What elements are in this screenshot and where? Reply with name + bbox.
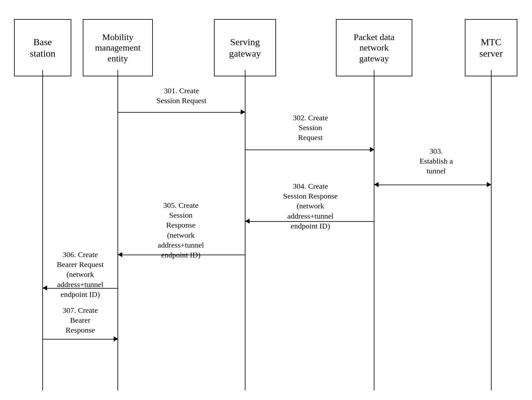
label-306: 306. CreateBearer Request(networkaddress… <box>45 250 115 299</box>
label-305: 305. CreateSessionResponse(networkaddres… <box>120 200 241 260</box>
entity-sgw: Servinggateway <box>214 19 276 76</box>
arrow-307 <box>43 339 118 340</box>
label-304: 304. CreateSession Response(networkaddre… <box>250 181 371 231</box>
lifeline-mtc <box>491 70 492 390</box>
arrowhead-306 <box>43 285 47 291</box>
arrowhead-303-right <box>487 182 491 187</box>
arrowhead-303-left <box>374 182 379 187</box>
lifeline-mme <box>117 70 118 390</box>
arrowhead-304 <box>245 219 250 224</box>
entity-mme: Mobilitymanagemententity <box>83 19 153 76</box>
arrow-304 <box>245 221 374 222</box>
lifeline-pdngw <box>374 70 374 390</box>
label-307: 307. CreateBearerResponse <box>45 305 115 335</box>
label-303: 303.Establish atunnel <box>385 146 487 176</box>
entity-pdngw: Packet datanetworkgateway <box>336 19 412 76</box>
arrow-306 <box>43 288 118 289</box>
lifeline-sgw <box>245 70 245 390</box>
arrowhead-302 <box>370 147 374 152</box>
arrow-305 <box>118 255 245 255</box>
lifeline-base-station <box>42 70 43 390</box>
arrowhead-301 <box>241 109 245 115</box>
arrow-302 <box>245 150 374 150</box>
arrow-303 <box>374 185 491 185</box>
entity-mtc: MTCserver <box>465 19 517 76</box>
entity-base-station: Basestation <box>14 19 71 76</box>
label-301: 301. CreateSession Request <box>123 86 240 106</box>
label-302: 302. CreateSessionRequest <box>250 113 371 143</box>
arrowhead-305 <box>118 252 122 257</box>
sequence-diagram: Basestation Mobilitymanagemententity Ser… <box>0 0 532 400</box>
arrow-301 <box>118 112 245 113</box>
arrowhead-307 <box>114 336 118 341</box>
